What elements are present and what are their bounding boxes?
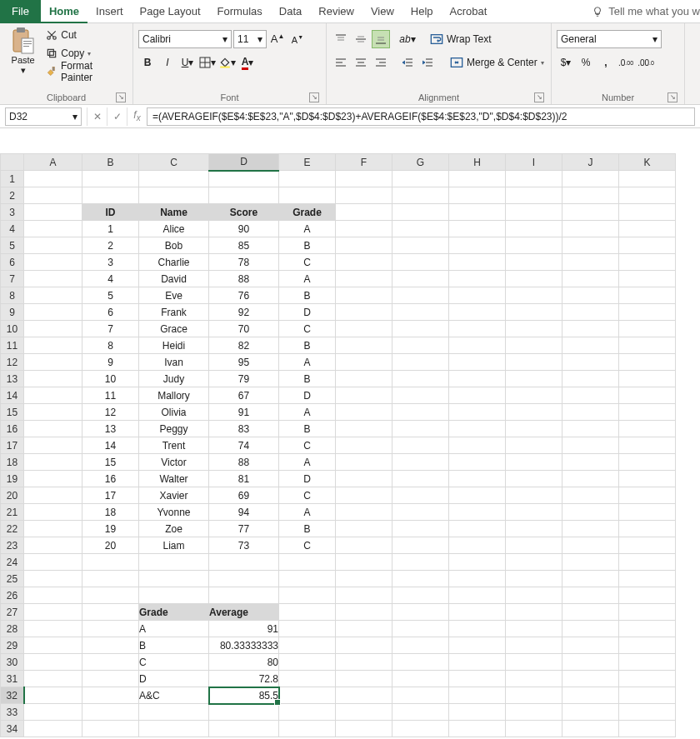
cell-I34[interactable] xyxy=(506,721,562,737)
cell-C33[interactable] xyxy=(139,704,209,721)
cell-J29[interactable] xyxy=(562,637,619,654)
tab-help[interactable]: Help xyxy=(402,0,442,23)
cell-K31[interactable] xyxy=(619,671,676,687)
copy-button[interactable]: Copy▾ xyxy=(44,45,128,62)
row-header-18[interactable]: 18 xyxy=(1,454,24,471)
cell-G18[interactable] xyxy=(392,454,449,471)
cell-J18[interactable] xyxy=(562,454,619,471)
cell-H18[interactable] xyxy=(449,454,506,471)
cell-D15[interactable]: 91 xyxy=(209,404,279,421)
formula-input[interactable]: =(AVERAGEIF($E$4:$E$23,"A",$D$4:$D$23)+A… xyxy=(147,107,695,126)
tab-file[interactable]: File xyxy=(0,0,41,23)
cell-A31[interactable] xyxy=(24,671,82,687)
cell-J31[interactable] xyxy=(562,671,619,687)
col-header-H[interactable]: H xyxy=(449,154,506,171)
cell-I15[interactable] xyxy=(506,404,562,421)
row-header-22[interactable]: 22 xyxy=(1,521,24,537)
cell-K11[interactable] xyxy=(619,337,676,354)
cell-G33[interactable] xyxy=(392,704,449,721)
cell-C10[interactable]: Grace xyxy=(139,321,209,337)
cell-F6[interactable] xyxy=(336,254,392,271)
cell-G31[interactable] xyxy=(392,671,449,687)
cell-F14[interactable] xyxy=(336,387,392,404)
cell-E7[interactable]: A xyxy=(279,271,336,287)
cell-F23[interactable] xyxy=(336,537,392,554)
row-header-34[interactable]: 34 xyxy=(1,721,24,737)
cell-A32[interactable] xyxy=(24,687,82,704)
cell-I26[interactable] xyxy=(506,587,562,604)
cell-A19[interactable] xyxy=(24,471,82,487)
cell-D25[interactable] xyxy=(209,571,279,587)
cell-A21[interactable] xyxy=(24,504,82,521)
cell-I9[interactable] xyxy=(506,304,562,321)
cell-B11[interactable]: 8 xyxy=(82,337,139,354)
cell-F7[interactable] xyxy=(336,271,392,287)
cell-C20[interactable]: Xavier xyxy=(139,487,209,504)
cell-E34[interactable] xyxy=(279,721,336,737)
cell-H13[interactable] xyxy=(449,371,506,387)
cell-D3[interactable]: Score xyxy=(209,204,279,221)
cell-F18[interactable] xyxy=(336,454,392,471)
cell-E24[interactable] xyxy=(279,554,336,571)
tab-acrobat[interactable]: Acrobat xyxy=(442,0,496,23)
cell-A8[interactable] xyxy=(24,287,82,304)
col-header-J[interactable]: J xyxy=(562,154,619,171)
cell-K23[interactable] xyxy=(619,537,676,554)
row-header-26[interactable]: 26 xyxy=(1,587,24,604)
row-header-11[interactable]: 11 xyxy=(1,337,24,354)
cell-C14[interactable]: Mallory xyxy=(139,387,209,404)
cell-D33[interactable] xyxy=(209,704,279,721)
row-header-2[interactable]: 2 xyxy=(1,187,24,204)
cell-I27[interactable] xyxy=(506,604,562,621)
cell-B32[interactable] xyxy=(82,687,139,704)
cell-H2[interactable] xyxy=(449,187,506,204)
cell-J2[interactable] xyxy=(562,187,619,204)
cell-D34[interactable] xyxy=(209,721,279,737)
cell-J1[interactable] xyxy=(562,171,619,187)
row-header-4[interactable]: 4 xyxy=(1,221,24,237)
cell-D2[interactable] xyxy=(209,187,279,204)
cell-B33[interactable] xyxy=(82,704,139,721)
cell-E3[interactable]: Grade xyxy=(279,204,336,221)
font-size-combo[interactable]: 11▾ xyxy=(233,30,267,48)
row-header-3[interactable]: 3 xyxy=(1,204,24,221)
dialog-launcher-alignment[interactable]: ↘ xyxy=(534,92,544,102)
cell-F26[interactable] xyxy=(336,587,392,604)
cell-G12[interactable] xyxy=(392,354,449,371)
cell-D19[interactable]: 81 xyxy=(209,471,279,487)
cell-K8[interactable] xyxy=(619,287,676,304)
cell-B10[interactable]: 7 xyxy=(82,321,139,337)
cell-B14[interactable]: 11 xyxy=(82,387,139,404)
cell-E1[interactable] xyxy=(279,171,336,187)
cell-B15[interactable]: 12 xyxy=(82,404,139,421)
cell-A12[interactable] xyxy=(24,354,82,371)
cell-G34[interactable] xyxy=(392,721,449,737)
cell-J10[interactable] xyxy=(562,321,619,337)
cell-B20[interactable]: 17 xyxy=(82,487,139,504)
cell-A2[interactable] xyxy=(24,187,82,204)
cell-A23[interactable] xyxy=(24,537,82,554)
cell-I31[interactable] xyxy=(506,671,562,687)
cell-D6[interactable]: 78 xyxy=(209,254,279,271)
cell-J13[interactable] xyxy=(562,371,619,387)
cell-B22[interactable]: 19 xyxy=(82,521,139,537)
row-header-20[interactable]: 20 xyxy=(1,487,24,504)
italic-button[interactable]: I xyxy=(158,53,177,72)
cell-D17[interactable]: 74 xyxy=(209,437,279,454)
cell-J8[interactable] xyxy=(562,287,619,304)
cell-C9[interactable]: Frank xyxy=(139,304,209,321)
dialog-launcher-number[interactable]: ↘ xyxy=(668,92,678,102)
cell-F4[interactable] xyxy=(336,221,392,237)
col-header-K[interactable]: K xyxy=(619,154,676,171)
cell-C21[interactable]: Yvonne xyxy=(139,504,209,521)
col-header-B[interactable]: B xyxy=(82,154,139,171)
tab-view[interactable]: View xyxy=(362,0,402,23)
cell-A5[interactable] xyxy=(24,237,82,254)
cell-G14[interactable] xyxy=(392,387,449,404)
cell-E19[interactable]: D xyxy=(279,471,336,487)
cell-I10[interactable] xyxy=(506,321,562,337)
cell-A4[interactable] xyxy=(24,221,82,237)
cell-K21[interactable] xyxy=(619,504,676,521)
cell-H15[interactable] xyxy=(449,404,506,421)
cell-B34[interactable] xyxy=(82,721,139,737)
